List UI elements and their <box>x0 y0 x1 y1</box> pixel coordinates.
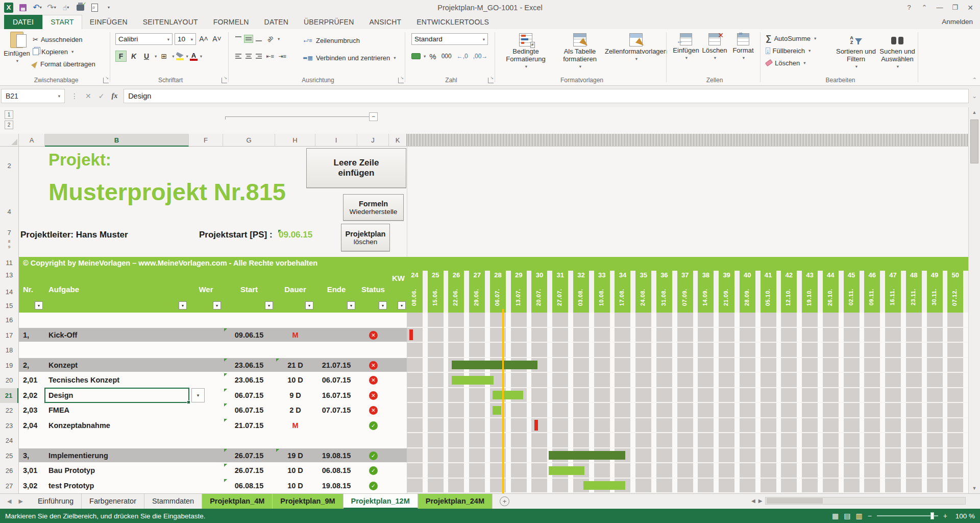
cell-styles-button[interactable]: Zellenformatvorlagen▾ <box>607 33 665 63</box>
increase-indent-icon[interactable]: ⇥≡ <box>277 51 288 62</box>
scroll-up-icon[interactable]: ▲ <box>969 107 980 117</box>
normal-view-icon[interactable]: ▦ <box>832 512 839 520</box>
row-header-2[interactable]: 2 <box>0 158 18 174</box>
close-button[interactable]: ✕ <box>963 4 978 12</box>
underline-button[interactable]: U <box>141 51 152 62</box>
fill-button[interactable]: ↓Füllbereich▾ <box>766 44 816 57</box>
cell-end[interactable]: 06.08.15 <box>312 463 361 479</box>
row-header-11[interactable]: 11 <box>0 256 18 270</box>
filter-button[interactable]: ▾ <box>379 301 387 310</box>
collapse-group-button[interactable]: − <box>369 112 378 121</box>
align-center-icon[interactable] <box>244 52 253 60</box>
align-top-icon[interactable] <box>234 35 243 43</box>
row-header-7[interactable]: 7 <box>0 226 18 240</box>
sheet-tab-projektplan_9m[interactable]: Projektplan_9M <box>273 494 343 509</box>
filter-button[interactable]: ▾ <box>35 301 43 310</box>
enter-icon[interactable]: ✓ <box>99 92 105 100</box>
row-header-4[interactable]: 4 <box>0 204 18 220</box>
sheet-tab-einführung[interactable]: Einführung <box>30 494 82 509</box>
row-header-26[interactable]: 26 <box>0 463 18 479</box>
column-header-i[interactable]: I <box>315 134 357 147</box>
cell-start[interactable]: 23.06.15 <box>225 373 274 388</box>
format-cells-button[interactable]: ⬄ Format▾ <box>730 33 756 62</box>
name-box-splitter[interactable]: ⋮ <box>71 92 78 100</box>
format-as-table-button[interactable]: Als Tabelle formatieren▾ <box>554 33 605 70</box>
column-header-k[interactable]: K <box>389 134 407 147</box>
cell-task[interactable]: Konzeptabnahme <box>48 418 110 434</box>
cell-start[interactable]: 26.07.15 <box>225 463 274 479</box>
zoom-slider[interactable] <box>877 515 938 516</box>
cell-nr[interactable]: 2,03 <box>23 403 37 418</box>
outline-level-1-button[interactable]: 1 <box>5 110 13 119</box>
sheet-tab-projektplan_12m[interactable]: Projektplan_12M <box>344 494 418 509</box>
cell-nr[interactable]: 2,04 <box>23 418 37 434</box>
row-header-21[interactable]: 21 <box>0 388 18 403</box>
sheet-tab-projektplan_4m[interactable]: Projektplan_4M <box>202 494 273 509</box>
cancel-icon[interactable]: ✕ <box>85 92 91 100</box>
increase-decimal-icon[interactable]: ←,0 <box>455 51 470 62</box>
bold-button[interactable]: F <box>115 51 127 62</box>
select-all-corner[interactable] <box>0 134 19 147</box>
row-header-17[interactable]: 17 <box>0 328 18 343</box>
ribbon-tab-datei[interactable]: DATEI <box>4 15 42 29</box>
ribbon-tab-seitenlayout[interactable]: SEITENLAYOUT <box>135 15 206 29</box>
cell-start[interactable]: 06.08.15 <box>225 479 274 494</box>
cell-dropdown-button[interactable]: ▾ <box>191 388 205 402</box>
cell-nr[interactable]: 1, <box>23 328 29 343</box>
number-format-select[interactable]: Standard▾ <box>411 33 488 45</box>
project-start-date[interactable]: 09.06.15 <box>279 230 312 240</box>
sheet-nav-next-icon[interactable]: ▶ <box>18 498 22 505</box>
ribbon-tab-einfügen[interactable]: EINFÜGEN <box>82 15 135 29</box>
hscroll-right-icon[interactable]: ▶ <box>758 498 763 504</box>
filter-button[interactable]: ▾ <box>305 301 313 310</box>
collapse-ribbon-icon[interactable]: ⌃ <box>972 77 977 83</box>
merge-center-button[interactable]: ⬌▦Verbinden und zentrieren▾ <box>302 52 396 64</box>
ribbon-tab-ansicht[interactable]: ANSICHT <box>361 15 409 29</box>
zoom-slider-thumb[interactable] <box>930 512 934 519</box>
percent-style-icon[interactable]: % <box>428 51 437 62</box>
restore-formulas-button[interactable]: FormelnWiederherstelle <box>343 194 404 221</box>
row-header-23[interactable]: 23 <box>0 418 18 434</box>
conditional-formatting-button[interactable]: ≠ Bedingte Formatierung▾ <box>500 33 551 70</box>
format-painter-button[interactable]: Format übertragen <box>33 58 95 70</box>
decrease-indent-icon[interactable]: ⇤≡ <box>264 51 276 62</box>
insert-blank-row-button[interactable]: Leere Zeileeinfügen <box>306 148 406 188</box>
delete-plan-button[interactable]: Projektplanlöschen <box>341 224 390 251</box>
row-header-13[interactable]: 13 <box>0 271 18 279</box>
row-header-19[interactable]: 19 <box>0 358 18 373</box>
decrease-decimal-icon[interactable]: ,00→ <box>472 51 489 62</box>
align-middle-icon[interactable] <box>244 35 253 43</box>
column-header-g[interactable]: G <box>223 134 275 147</box>
ribbon-display-options-icon[interactable]: ⌃ <box>917 4 932 11</box>
sheet-tab-projektplan_24m[interactable]: Projektplan_24M <box>418 494 493 509</box>
comma-style-icon[interactable]: 000 <box>440 51 453 62</box>
row-header-24[interactable]: 24 <box>0 433 18 448</box>
cell-end[interactable]: 16.07.15 <box>312 388 361 403</box>
formula-bar-expand-icon[interactable]: ⌄ <box>969 93 980 100</box>
sort-filter-button[interactable]: AZ Sortieren und Filtern▾ <box>834 33 878 70</box>
ribbon-tab-entwicklertools[interactable]: ENTWICKLERTOOLS <box>409 15 497 29</box>
cell-task[interactable]: test Prototyp <box>48 479 94 494</box>
cell-nr[interactable]: 2,02 <box>23 388 37 403</box>
zoom-in-icon[interactable]: + <box>943 512 947 520</box>
minimize-button[interactable]: — <box>932 4 947 11</box>
ribbon-tab-überprüfen[interactable]: ÜBERPRÜFEN <box>296 15 361 29</box>
insert-function-icon[interactable]: fx <box>111 92 117 100</box>
decrease-font-icon[interactable]: A˅ <box>211 33 223 44</box>
filter-button[interactable]: ▾ <box>398 301 406 310</box>
cell-start[interactable]: 06.07.15 <box>225 403 274 418</box>
sheet-nav-prev-icon[interactable]: ◀ <box>7 498 11 505</box>
cell-start[interactable]: 09.06.15 <box>225 328 274 343</box>
row-header-18[interactable]: 18 <box>0 343 18 358</box>
cell-task[interactable]: FMEA <box>48 403 69 418</box>
column-header-h[interactable]: H <box>275 134 315 147</box>
cell-task[interactable]: Kick-Off <box>48 328 77 343</box>
filter-button[interactable]: ▾ <box>347 301 355 310</box>
cell-start[interactable]: 21.07.15 <box>225 418 274 434</box>
font-family-select[interactable]: Calibri▾ <box>115 33 173 45</box>
horizontal-scrollbar[interactable]: ◀ ▶ <box>751 495 966 506</box>
font-color-icon[interactable]: A <box>190 52 198 61</box>
cell-end[interactable]: 06.07.15 <box>312 373 361 388</box>
row-header-16[interactable]: 16 <box>0 313 18 328</box>
cell-nr[interactable]: 2, <box>23 358 29 373</box>
